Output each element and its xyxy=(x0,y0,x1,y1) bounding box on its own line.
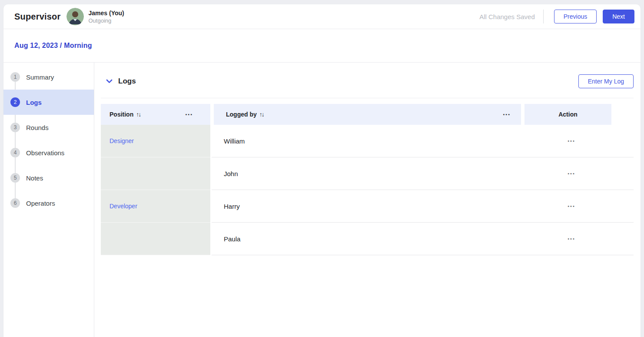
table-row: John ••• xyxy=(101,157,634,190)
sidebar-step[interactable]: 5 Notes xyxy=(3,165,94,190)
step-label: Operators xyxy=(26,200,55,207)
column-header-logged-by[interactable]: Logged by ↑↓ ••• xyxy=(214,104,521,125)
step-number-badge: 4 xyxy=(10,148,20,157)
sort-icon[interactable]: ↑↓ xyxy=(136,111,140,118)
logged-by-value: Harry xyxy=(224,203,528,210)
position-cell xyxy=(101,223,210,255)
sidebar-step[interactable]: 2 Logs xyxy=(3,90,94,115)
row-main-cell: William ••• xyxy=(212,125,634,157)
chevron-down-icon xyxy=(106,79,113,83)
row-action-cell: ••• xyxy=(528,171,615,176)
row-main-cell: Harry ••• xyxy=(212,190,634,223)
table-row: Paula ••• xyxy=(101,223,634,255)
step-number-badge: 5 xyxy=(10,173,20,183)
sidebar-step[interactable]: 3 Rounds xyxy=(3,115,94,140)
user-status: Outgoing xyxy=(88,17,124,24)
sidebar-step[interactable]: 6 Operators xyxy=(3,190,94,216)
table-header: Position ↑↓ ••• Logged by ↑↓ ••• Action xyxy=(101,104,634,125)
position-header-label: Position xyxy=(110,111,133,118)
row-action-cell: ••• xyxy=(528,237,615,241)
top-bar-actions: All Changes Saved Previous Next xyxy=(479,10,634,23)
sidebar: 1 Summary 2 Logs 3 Rounds 4 Observations… xyxy=(3,63,94,337)
page-title: Supervisor xyxy=(14,12,60,22)
column-menu-icon[interactable]: ••• xyxy=(503,112,511,117)
row-more-icon[interactable]: ••• xyxy=(568,204,575,209)
previous-button[interactable]: Previous xyxy=(554,10,597,23)
row-more-icon[interactable]: ••• xyxy=(568,171,575,176)
position-cell xyxy=(101,157,210,190)
collapse-toggle[interactable] xyxy=(106,79,113,83)
position-link[interactable]: Developer xyxy=(110,203,137,210)
save-status: All Changes Saved xyxy=(479,13,535,20)
row-main-cell: Paula ••• xyxy=(212,223,634,255)
step-label: Notes xyxy=(26,174,43,182)
top-bar: Supervisor James (You) Outgoing All Chan… xyxy=(3,4,641,29)
app-card: Supervisor James (You) Outgoing All Chan… xyxy=(3,4,641,337)
vertical-divider xyxy=(543,10,544,23)
step-number-badge: 2 xyxy=(10,97,20,107)
content-area: 1 Summary 2 Logs 3 Rounds 4 Observations… xyxy=(3,63,641,337)
current-user: James (You) Outgoing xyxy=(66,8,124,25)
logged-by-value: John xyxy=(224,170,528,177)
position-cell: Developer xyxy=(101,190,210,223)
table-row: Designer William ••• xyxy=(101,125,634,157)
next-button[interactable]: Next xyxy=(603,10,634,23)
section-divider xyxy=(101,98,634,98)
sidebar-step[interactable]: 1 Summary xyxy=(3,64,94,90)
position-cell: Designer xyxy=(101,125,210,157)
sidebar-step[interactable]: 4 Observations xyxy=(3,140,94,165)
step-label: Logs xyxy=(26,99,42,106)
avatar xyxy=(66,8,84,25)
user-name: James (You) xyxy=(88,10,124,17)
step-number-badge: 1 xyxy=(10,72,20,82)
logged-by-value: William xyxy=(224,137,528,145)
column-header-action: Action xyxy=(524,104,611,125)
row-more-icon[interactable]: ••• xyxy=(568,139,575,143)
user-meta: James (You) Outgoing xyxy=(88,10,124,24)
stepper: 1 Summary 2 Logs 3 Rounds 4 Observations… xyxy=(3,64,94,216)
breadcrumb-bar: Aug 12, 2023 / Morning xyxy=(3,29,641,63)
table-body: Designer William ••• John ••• Developer … xyxy=(101,125,634,255)
header-end-spacer xyxy=(615,104,634,125)
breadcrumb: Aug 12, 2023 / Morning xyxy=(14,42,92,50)
section-title: Logs xyxy=(118,77,136,86)
table-row: Developer Harry ••• xyxy=(101,190,634,223)
sort-icon[interactable]: ↑↓ xyxy=(259,111,264,118)
logs-table: Position ↑↓ ••• Logged by ↑↓ ••• Action xyxy=(101,104,634,255)
step-number-badge: 6 xyxy=(10,198,20,208)
logs-section-header: Logs Enter My Log xyxy=(101,74,634,89)
row-action-cell: ••• xyxy=(528,139,615,143)
step-label: Summary xyxy=(26,73,54,81)
position-link[interactable]: Designer xyxy=(110,137,134,144)
step-label: Observations xyxy=(26,149,64,157)
row-more-icon[interactable]: ••• xyxy=(568,237,575,241)
enter-my-log-button[interactable]: Enter My Log xyxy=(578,74,634,88)
column-header-position[interactable]: Position ↑↓ ••• xyxy=(101,104,210,125)
column-menu-icon[interactable]: ••• xyxy=(185,112,193,117)
action-header-label: Action xyxy=(558,111,578,118)
logged-by-value: Paula xyxy=(224,235,528,243)
logged-by-header-label: Logged by xyxy=(226,111,257,118)
step-number-badge: 3 xyxy=(10,123,20,132)
row-action-cell: ••• xyxy=(528,204,615,209)
row-main-cell: John ••• xyxy=(212,157,634,190)
step-label: Rounds xyxy=(26,124,49,131)
main-panel: Logs Enter My Log Position ↑↓ ••• Logged… xyxy=(94,63,641,337)
